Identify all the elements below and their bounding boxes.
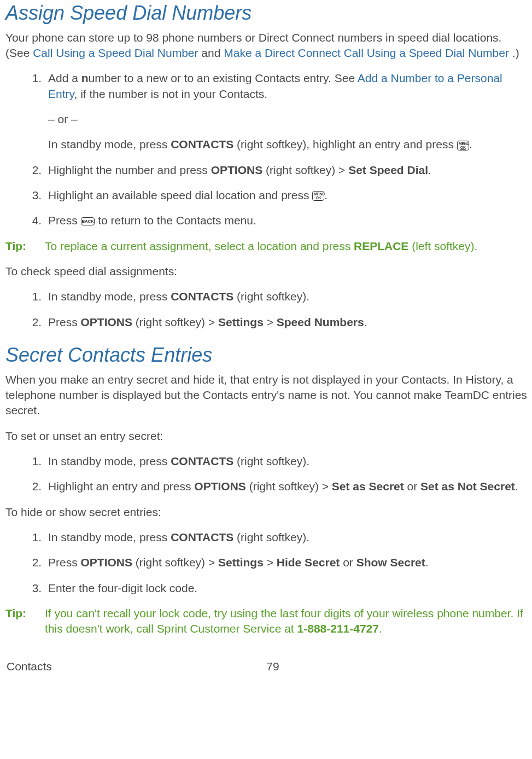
- text: umber to a new or to an existing Contact…: [89, 72, 358, 84]
- check-intro: To check speed dial assignments:: [5, 264, 528, 279]
- text: Speed Numbers: [277, 316, 364, 328]
- list-item: Highlight the number and press OPTIONS (…: [45, 163, 528, 178]
- text: (right softkey) >: [262, 164, 348, 176]
- list-item: In standby mode, press CONTACTS (right s…: [45, 289, 528, 304]
- list-item: In standby mode, press CONTACTS (right s…: [45, 454, 528, 469]
- text: In standby mode, press: [48, 290, 171, 303]
- text: Settings: [218, 316, 264, 328]
- text: (left softkey).: [408, 240, 477, 252]
- text: .): [512, 47, 519, 59]
- text: (right softkey) >: [132, 556, 218, 569]
- text: Highlight the number and press: [48, 164, 211, 176]
- list-item: Press OPTIONS (right softkey) > Settings…: [45, 555, 528, 570]
- text: Set as Secret: [332, 480, 404, 493]
- text: CONTACTS: [171, 138, 233, 150]
- text: (right softkey).: [233, 455, 309, 467]
- menu-ok-key-icon: MENUOK: [457, 141, 469, 150]
- list-item: Add a number to a new or to an existing …: [45, 71, 528, 152]
- text: (right softkey), highlight an entry and …: [233, 138, 457, 150]
- text: Show Secret: [356, 556, 425, 569]
- text: Set as Not Secret: [420, 480, 515, 493]
- text: Press: [48, 316, 81, 328]
- text: .: [364, 316, 367, 328]
- text: To replace a current assignment, select …: [45, 240, 354, 252]
- hide-intro: To hide or show secret entries:: [5, 505, 528, 520]
- intro-paragraph: Your phone can store up to 98 phone numb…: [5, 30, 528, 61]
- text: and: [201, 47, 224, 59]
- list-item: Enter the four-digit lock code.: [45, 581, 528, 596]
- text: REPLACE: [354, 240, 408, 252]
- text: In standby mode, press: [48, 455, 171, 467]
- text: OPTIONS: [194, 480, 246, 493]
- back-key-icon: BACK: [81, 217, 95, 225]
- page-footer: Contacts 79: [5, 659, 528, 674]
- text: (right softkey) >: [246, 480, 332, 493]
- steps-hide-secret: In standby mode, press CONTACTS (right s…: [5, 530, 528, 596]
- text: n: [81, 72, 89, 84]
- set-intro: To set or unset an entry secret:: [5, 428, 528, 444]
- text: (right softkey) >: [132, 316, 218, 328]
- text: (right softkey).: [233, 531, 309, 543]
- text: Settings: [218, 556, 264, 569]
- text: Set Speed Dial: [348, 164, 428, 176]
- text: .: [379, 622, 382, 635]
- text: Press: [48, 556, 81, 569]
- list-item: Highlight an available speed dial locati…: [45, 188, 528, 203]
- text: (right softkey).: [233, 290, 309, 303]
- list-item: In standby mode, press CONTACTS (right s…: [45, 530, 528, 545]
- text: In standby mode, press: [48, 138, 171, 150]
- text: OPTIONS: [211, 164, 263, 176]
- text: Press: [48, 214, 81, 227]
- list-item: Highlight an entry and press OPTIONS (ri…: [45, 479, 528, 494]
- tip-body: To replace a current assignment, select …: [45, 239, 528, 254]
- tip-body: If you can't recall your lock code, try …: [45, 606, 528, 637]
- text: If you can't recall your lock code, try …: [45, 607, 523, 635]
- text: Hide Secret: [277, 556, 340, 569]
- text: OPTIONS: [81, 556, 133, 569]
- text: or: [404, 480, 420, 493]
- list-item: Press OPTIONS (right softkey) > Settings…: [45, 315, 528, 330]
- menu-ok-key-icon: MENUOK: [312, 191, 324, 201]
- tip-replace: Tip: To replace a current assignment, se…: [5, 239, 528, 254]
- text: or: [340, 556, 356, 569]
- link-make-direct-connect-call[interactable]: Make a Direct Connect Call Using a Speed…: [224, 47, 509, 59]
- text: CONTACTS: [171, 455, 233, 467]
- tip-label: Tip:: [5, 239, 45, 254]
- footer-page-number: 79: [266, 659, 279, 674]
- text: In standby mode, press: [48, 531, 171, 543]
- text: 1-888-211-4727: [297, 622, 379, 635]
- text: .: [469, 138, 472, 150]
- text: >: [264, 556, 277, 569]
- text: Add a: [48, 72, 81, 84]
- link-call-using-speed-dial[interactable]: Call Using a Speed Dial Number: [33, 47, 198, 59]
- text: OPTIONS: [81, 316, 133, 328]
- steps-assign: Add a number to a new or to an existing …: [5, 71, 528, 228]
- text: .: [515, 480, 518, 493]
- footer-section-name: Contacts: [7, 659, 52, 674]
- text: Highlight an entry and press: [48, 480, 194, 493]
- text: CONTACTS: [171, 531, 233, 543]
- text: .: [324, 189, 328, 201]
- heading-assign-speed-dial: Assign Speed Dial Numbers: [5, 0, 528, 27]
- text: Highlight an available speed dial locati…: [48, 189, 312, 201]
- text: .: [428, 164, 431, 176]
- text: .: [425, 556, 429, 569]
- secret-intro: When you make an entry secret and hide i…: [5, 372, 528, 419]
- list-item: Press BACK to return to the Contacts men…: [45, 213, 528, 228]
- text: to return to the Contacts menu.: [95, 214, 256, 227]
- text: >: [264, 316, 277, 328]
- text: – or –: [48, 112, 528, 127]
- text: Enter the four-digit lock code.: [48, 582, 197, 594]
- steps-check: In standby mode, press CONTACTS (right s…: [5, 289, 528, 330]
- text: , if the number is not in your Contacts.: [74, 88, 267, 100]
- tip-lock-code: Tip: If you can't recall your lock code,…: [5, 606, 528, 637]
- tip-label: Tip:: [5, 606, 45, 621]
- text: CONTACTS: [171, 290, 233, 303]
- heading-secret-contacts: Secret Contacts Entries: [5, 342, 528, 369]
- steps-set-secret: In standby mode, press CONTACTS (right s…: [5, 454, 528, 495]
